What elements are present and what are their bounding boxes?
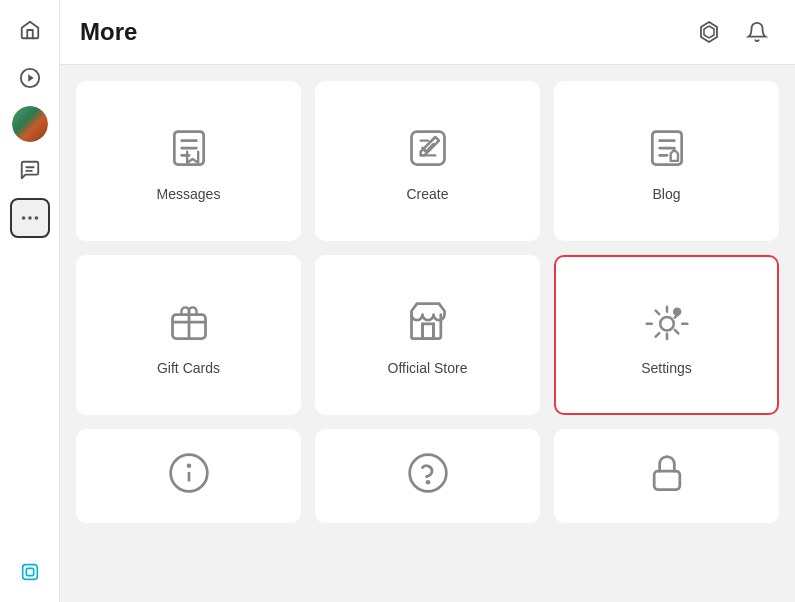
sidebar — [0, 0, 60, 602]
svg-point-5 — [28, 216, 32, 220]
card-messages[interactable]: Messages — [76, 81, 301, 241]
card-lock[interactable] — [554, 429, 779, 523]
svg-marker-1 — [28, 74, 34, 81]
sidebar-item-home[interactable] — [10, 10, 50, 50]
help-icon — [406, 451, 450, 499]
official-store-icon — [406, 300, 450, 348]
sidebar-item-discover[interactable] — [10, 58, 50, 98]
official-store-label: Official Store — [388, 360, 468, 376]
svg-point-6 — [34, 216, 38, 220]
card-gift-cards[interactable]: Gift Cards — [76, 255, 301, 415]
settings-icon — [645, 300, 689, 348]
header-icons — [691, 14, 775, 50]
messages-icon — [167, 126, 211, 174]
sidebar-bottom — [10, 552, 50, 592]
card-help[interactable] — [315, 429, 540, 523]
card-settings[interactable]: Settings — [554, 255, 779, 415]
grid-area: Messages Create — [60, 65, 795, 602]
page-title: More — [80, 18, 137, 46]
settings-label: Settings — [641, 360, 692, 376]
svg-rect-33 — [654, 471, 680, 489]
card-create[interactable]: Create — [315, 81, 540, 241]
svg-rect-8 — [26, 568, 33, 575]
card-blog[interactable]: Blog — [554, 81, 779, 241]
svg-point-26 — [660, 317, 674, 331]
gift-cards-icon — [167, 300, 211, 348]
sidebar-item-more[interactable] — [10, 198, 50, 238]
header: More — [60, 0, 795, 65]
lock-icon — [645, 451, 689, 499]
notification-button[interactable] — [739, 14, 775, 50]
info-icon — [167, 451, 211, 499]
blog-label: Blog — [652, 186, 680, 202]
sidebar-item-robux[interactable] — [10, 552, 50, 592]
avatar-image — [12, 106, 48, 142]
create-label: Create — [406, 186, 448, 202]
robux-button[interactable] — [691, 14, 727, 50]
messages-label: Messages — [157, 186, 221, 202]
svg-marker-10 — [704, 26, 714, 38]
main-content: More — [60, 0, 795, 602]
svg-point-4 — [21, 216, 25, 220]
cards-grid: Messages Create — [76, 81, 779, 523]
card-info[interactable] — [76, 429, 301, 523]
svg-point-31 — [409, 455, 446, 492]
svg-rect-25 — [422, 324, 433, 339]
sidebar-avatar[interactable] — [12, 106, 48, 142]
card-official-store[interactable]: Official Store — [315, 255, 540, 415]
svg-point-27 — [672, 308, 680, 316]
svg-rect-7 — [22, 565, 37, 580]
create-icon — [406, 126, 450, 174]
gift-cards-label: Gift Cards — [157, 360, 220, 376]
blog-icon — [645, 126, 689, 174]
sidebar-item-chat[interactable] — [10, 150, 50, 190]
